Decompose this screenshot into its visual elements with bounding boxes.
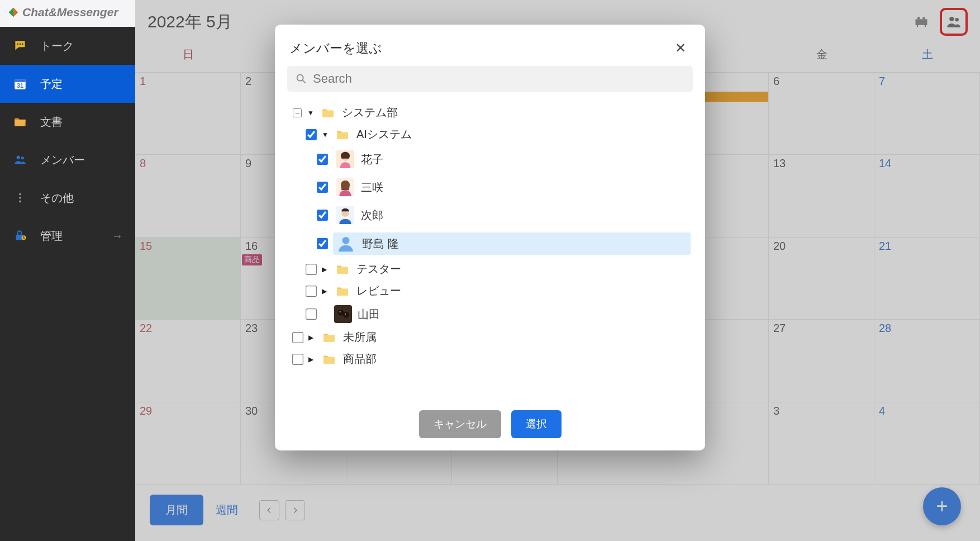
- tree-label: 山田: [358, 307, 380, 322]
- tree-label: 三咲: [361, 180, 383, 195]
- avatar-icon: [336, 206, 354, 224]
- tree-checkbox[interactable]: [306, 286, 317, 297]
- tree-label: テスター: [356, 262, 401, 277]
- folder-icon: [334, 262, 351, 277]
- tree-checkbox[interactable]: [292, 354, 303, 365]
- tree-node-ai[interactable]: ▼ AIシステム: [287, 124, 693, 145]
- tree-checkbox[interactable]: [306, 309, 317, 320]
- member-tree: − ▼ システム部 ▼ AIシステム 花子: [287, 102, 693, 370]
- caret-right-icon[interactable]: ▶: [308, 334, 315, 341]
- tree-node-products[interactable]: ▶ 商品部: [287, 348, 693, 370]
- avatar-icon: [334, 305, 352, 323]
- person-icon: [336, 234, 355, 253]
- tree-node-system[interactable]: − ▼ システム部: [287, 102, 693, 124]
- tree-checkbox[interactable]: [317, 238, 328, 249]
- svg-point-31: [338, 310, 344, 316]
- caret-right-icon[interactable]: ▶: [308, 355, 315, 363]
- tree-label: 次郎: [361, 208, 383, 223]
- folder-icon: [334, 284, 351, 298]
- search-icon: [295, 73, 307, 85]
- search-box[interactable]: [287, 66, 693, 92]
- folder-icon: [320, 106, 336, 120]
- folder-icon: [321, 330, 337, 345]
- tree-label: 未所属: [343, 330, 377, 345]
- tree-checkbox[interactable]: [292, 332, 303, 343]
- cancel-button[interactable]: キャンセル: [419, 410, 501, 438]
- caret-down-icon[interactable]: ▼: [307, 109, 314, 117]
- tree-node-tester[interactable]: ▶ テスター: [287, 258, 693, 280]
- tree-checkbox[interactable]: [317, 182, 328, 193]
- tree-label: 商品部: [343, 352, 377, 367]
- svg-point-29: [342, 237, 350, 244]
- close-icon: ✕: [675, 40, 686, 55]
- tree-label: 野島 隆: [362, 236, 399, 251]
- select-button[interactable]: 選択: [511, 410, 562, 438]
- tree-node-unassigned[interactable]: ▶ 未所属: [287, 326, 693, 348]
- tree-user-misaki[interactable]: 三咲: [287, 173, 693, 201]
- tree-label: システム部: [342, 105, 398, 120]
- avatar-icon: [336, 150, 354, 168]
- member-select-modal: メンバーを選ぶ ✕ − ▼ システム部: [275, 25, 705, 450]
- tree-node-review[interactable]: ▶ レビュー: [287, 280, 693, 302]
- folder-icon: [321, 352, 337, 367]
- tree-checkbox[interactable]: [317, 210, 328, 221]
- tree-checkbox[interactable]: [317, 154, 328, 165]
- tree-label: レビュー: [356, 283, 401, 298]
- tree-label: 花子: [361, 152, 383, 167]
- tree-user-nojima[interactable]: 野島 隆: [287, 229, 693, 258]
- tree-user-yamada[interactable]: ▶ 山田: [287, 302, 693, 326]
- tree-checkbox[interactable]: [306, 264, 317, 275]
- svg-point-22: [297, 75, 303, 81]
- svg-point-32: [343, 312, 349, 318]
- caret-right-icon[interactable]: ▶: [322, 265, 329, 273]
- caret-down-icon[interactable]: ▼: [322, 131, 329, 139]
- folder-icon: [334, 127, 351, 142]
- tree-user-hanako[interactable]: 花子: [287, 145, 693, 173]
- tree-checkbox[interactable]: [306, 129, 317, 140]
- tree-user-jiro[interactable]: 次郎: [287, 201, 693, 229]
- modal-close-button[interactable]: ✕: [670, 38, 691, 58]
- avatar-icon: [336, 178, 354, 196]
- modal-title: メンバーを選ぶ: [289, 40, 382, 57]
- svg-point-33: [339, 311, 340, 312]
- modal-overlay: メンバーを選ぶ ✕ − ▼ システム部: [0, 0, 980, 541]
- collapse-icon[interactable]: −: [293, 108, 302, 117]
- caret-right-icon[interactable]: ▶: [322, 287, 329, 295]
- search-input[interactable]: [313, 72, 685, 86]
- tree-label: AIシステム: [356, 127, 412, 142]
- svg-point-34: [345, 314, 346, 315]
